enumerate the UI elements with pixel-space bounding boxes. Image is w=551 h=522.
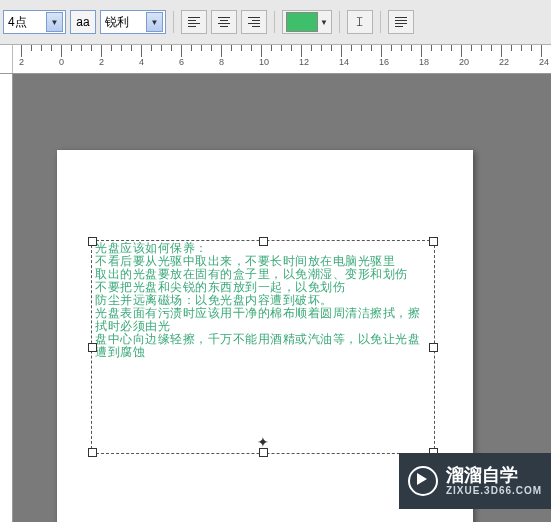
- separator: [274, 11, 275, 33]
- vertical-ruler[interactable]: [0, 74, 13, 522]
- ruler-label: 14: [339, 57, 349, 67]
- align-center-button[interactable]: [211, 10, 237, 34]
- anti-alias-button[interactable]: aa: [70, 10, 96, 34]
- anchor-icon: ✦: [257, 434, 269, 450]
- resize-handle-tr[interactable]: [429, 237, 438, 246]
- resize-handle-tl[interactable]: [88, 237, 97, 246]
- align-right-button[interactable]: [241, 10, 267, 34]
- ruler-label: 12: [299, 57, 309, 67]
- text-line: 不看后要从光驱中取出来，不要长时间放在电脑光驱里: [95, 255, 431, 268]
- warp-text-icon: 𝙸: [355, 14, 364, 30]
- ruler-label: 6: [179, 57, 184, 67]
- text-line: 光盘表面有污渍时应该用干净的棉布顺着圆周清洁擦拭，擦拭时必须由光: [95, 307, 431, 333]
- text-content[interactable]: 光盘应该如何保养：不看后要从光驱中取出来，不要长时间放在电脑光驱里取出的光盘要放…: [92, 241, 434, 360]
- paragraph-icon: [395, 17, 407, 27]
- warp-text-button[interactable]: 𝙸: [347, 10, 373, 34]
- ruler-label: 0: [59, 57, 64, 67]
- resize-handle-tm[interactable]: [259, 237, 268, 246]
- text-line: 防尘并远离磁场：以免光盘内容遭到破坏。: [95, 294, 431, 307]
- anti-alias-mode-combo[interactable]: 锐利 ▼: [100, 10, 166, 34]
- ruler-bar: 2024681012141618202224: [0, 45, 551, 74]
- align-center-icon: [218, 17, 230, 27]
- ruler-label: 22: [499, 57, 509, 67]
- ruler-label: 8: [219, 57, 224, 67]
- aa-label: aa: [76, 15, 89, 29]
- font-size-combo[interactable]: 4点 ▼: [3, 10, 66, 34]
- watermark-url: ZIXUE.3D66.COM: [446, 486, 542, 496]
- ruler-label: 24: [539, 57, 549, 67]
- workspace: 光盘应该如何保养：不看后要从光驱中取出来，不要长时间放在电脑光驱里取出的光盘要放…: [0, 74, 551, 522]
- ruler-label: 16: [379, 57, 389, 67]
- text-line: 不要把光盘和尖锐的东西放到一起，以免划伤: [95, 281, 431, 294]
- ruler-label: 20: [459, 57, 469, 67]
- separator: [380, 11, 381, 33]
- text-color-button[interactable]: ▼: [282, 10, 332, 34]
- resize-handle-ml[interactable]: [88, 343, 97, 352]
- ruler-label: 2: [19, 57, 24, 67]
- ruler-label: 18: [419, 57, 429, 67]
- horizontal-ruler[interactable]: 2024681012141618202224: [13, 45, 551, 73]
- align-left-button[interactable]: [181, 10, 207, 34]
- paragraph-panel-button[interactable]: [388, 10, 414, 34]
- align-right-icon: [248, 17, 260, 27]
- watermark-brand: 溜溜自学: [446, 466, 518, 484]
- play-icon: [408, 466, 438, 496]
- text-line: 盘中心向边缘轻擦，千万不能用酒精或汽油等，以免让光盘遭到腐蚀: [95, 333, 431, 359]
- ruler-label: 4: [139, 57, 144, 67]
- align-left-icon: [188, 17, 200, 27]
- separator: [339, 11, 340, 33]
- font-size-value: 4点: [8, 14, 27, 31]
- ruler-label: 2: [99, 57, 104, 67]
- text-line: 取出的光盘要放在固有的盒子里，以免潮湿、变形和划伤: [95, 268, 431, 281]
- text-frame[interactable]: 光盘应该如何保养：不看后要从光驱中取出来，不要长时间放在电脑光驱里取出的光盘要放…: [91, 240, 435, 454]
- chevron-down-icon[interactable]: ▼: [46, 12, 63, 32]
- formatting-toolbar: 4点 ▼ aa 锐利 ▼ ▼ 𝙸: [0, 0, 551, 45]
- resize-handle-bl[interactable]: [88, 448, 97, 457]
- chevron-down-icon[interactable]: ▼: [146, 12, 163, 32]
- resize-handle-mr[interactable]: [429, 343, 438, 352]
- watermark: 溜溜自学 ZIXUE.3D66.COM: [399, 453, 551, 509]
- separator: [173, 11, 174, 33]
- ruler-label: 10: [259, 57, 269, 67]
- chevron-down-icon[interactable]: ▼: [320, 18, 328, 27]
- canvas-area[interactable]: 光盘应该如何保养：不看后要从光驱中取出来，不要长时间放在电脑光驱里取出的光盘要放…: [13, 74, 551, 522]
- anti-alias-value: 锐利: [105, 14, 129, 31]
- ruler-corner: [0, 45, 13, 73]
- color-swatch: [286, 12, 318, 32]
